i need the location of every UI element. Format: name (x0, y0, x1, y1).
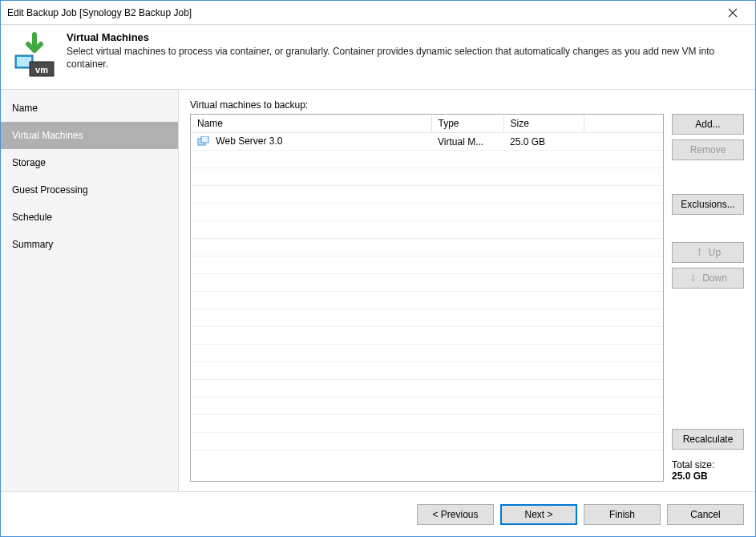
table-row (191, 380, 663, 398)
sidebar-item-summary[interactable]: Summary (1, 231, 178, 258)
header-description: Select virtual machines to process via c… (67, 45, 746, 71)
main-panel: Virtual machines to backup: Name Type Si… (179, 90, 755, 491)
table-row (191, 239, 663, 256)
table-row (191, 168, 663, 186)
cancel-button[interactable]: Cancel (667, 504, 744, 525)
move-up-button[interactable]: 🡑 Up (672, 242, 744, 263)
next-button[interactable]: Next > (500, 504, 577, 525)
vm-table: Name Type Size (191, 115, 663, 450)
header-text: Virtual Machines Select virtual machines… (67, 31, 746, 79)
close-icon (728, 8, 738, 18)
table-row (191, 415, 663, 433)
arrow-down-icon: 🡓 (689, 273, 697, 283)
col-header-size[interactable]: Size (503, 115, 584, 133)
arrow-up-icon: 🡑 (695, 248, 704, 257)
table-header-row: Name Type Size (191, 115, 663, 133)
table-row (191, 327, 663, 345)
titlebar: Edit Backup Job [Synology B2 Backup Job] (1, 1, 755, 25)
table-row (191, 292, 663, 309)
recalculate-button[interactable]: Recalculate (672, 429, 744, 450)
table-row (191, 151, 663, 168)
down-label: Down (702, 273, 727, 284)
table-row (191, 274, 663, 292)
table-row (191, 433, 663, 450)
finish-button[interactable]: Finish (584, 504, 661, 525)
close-button[interactable] (717, 2, 749, 24)
header-title: Virtual Machines (67, 31, 746, 43)
table-row (191, 256, 663, 274)
total-size-block: Total size: 25.0 GB (672, 459, 744, 482)
table-row (191, 309, 663, 327)
row-name: Web Server 3.0 (216, 135, 282, 147)
wizard-sidebar: Name Virtual Machines Storage Guest Proc… (1, 90, 179, 491)
remove-button[interactable]: Remove (672, 139, 744, 160)
sidebar-item-storage[interactable]: Storage (1, 149, 178, 176)
table-row (191, 221, 663, 239)
side-buttons: Add... Remove Exclusions... 🡑 Up 🡓 Down … (672, 114, 744, 482)
table-row[interactable]: Web Server 3.0 Virtual M... 25.0 GB (191, 133, 663, 151)
header: vm Virtual Machines Select virtual machi… (1, 25, 755, 89)
col-header-extra (584, 115, 663, 133)
col-header-type[interactable]: Type (431, 115, 503, 133)
list-label: Virtual machines to backup: (190, 99, 744, 111)
add-button[interactable]: Add... (672, 114, 744, 135)
wizard-icon: vm (10, 31, 59, 79)
svg-rect-5 (201, 136, 208, 143)
move-down-button[interactable]: 🡓 Down (672, 268, 744, 289)
sidebar-item-name[interactable]: Name (1, 95, 178, 122)
exclusions-button[interactable]: Exclusions... (672, 194, 744, 215)
vm-list[interactable]: Name Type Size (190, 114, 664, 482)
body: Name Virtual Machines Storage Guest Proc… (1, 89, 755, 491)
row-type: Virtual M... (431, 133, 503, 151)
up-label: Up (709, 247, 721, 258)
sidebar-item-virtual-machines[interactable]: Virtual Machines (1, 122, 178, 149)
previous-button[interactable]: < Previous (417, 504, 494, 525)
footer: < Previous Next > Finish Cancel (1, 491, 755, 536)
table-row (191, 362, 663, 380)
sidebar-item-schedule[interactable]: Schedule (1, 204, 178, 231)
main-row: Name Type Size (190, 114, 744, 482)
col-header-name[interactable]: Name (191, 115, 431, 133)
sidebar-item-guest-processing[interactable]: Guest Processing (1, 176, 178, 204)
vm-icon (197, 136, 210, 147)
table-row (191, 204, 663, 221)
total-size-value: 25.0 GB (672, 470, 744, 482)
dialog-window: Edit Backup Job [Synology B2 Backup Job]… (0, 0, 756, 537)
svg-text:vm: vm (35, 65, 48, 75)
svg-rect-1 (17, 57, 31, 67)
row-size: 25.0 GB (503, 133, 584, 151)
window-title: Edit Backup Job [Synology B2 Backup Job] (7, 7, 717, 18)
total-size-label: Total size: (672, 459, 744, 470)
table-row (191, 398, 663, 415)
table-row (191, 186, 663, 204)
table-row (191, 345, 663, 362)
